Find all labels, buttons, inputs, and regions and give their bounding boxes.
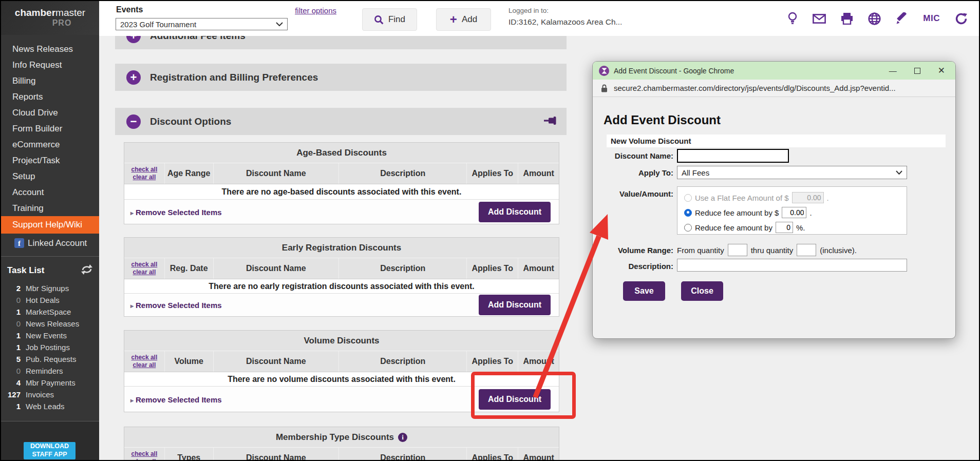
- reduce-dollar-amount-field[interactable]: [782, 207, 806, 218]
- sidebar-item-reports[interactable]: Reports: [1, 89, 99, 105]
- sidebar-item-setup[interactable]: Setup: [1, 168, 99, 184]
- thru-quantity-field[interactable]: [797, 244, 816, 256]
- sidebar-item-form-builder[interactable]: Form Builder: [1, 121, 99, 137]
- minimize-icon[interactable]: —: [889, 66, 897, 75]
- section-title: Discount Options: [150, 116, 231, 127]
- flat-fee-amount-field[interactable]: [792, 192, 824, 203]
- task-row-mbr-signups[interactable]: 2Mbr Signups: [1, 282, 99, 294]
- check-all-link[interactable]: check all: [131, 261, 158, 268]
- task-row-invoices[interactable]: 127Invoices: [1, 389, 99, 400]
- collapse-icon[interactable]: −: [126, 114, 141, 129]
- download-staff-app-button[interactable]: DOWNLOAD STAFF APP: [24, 442, 76, 459]
- check-all-link[interactable]: check all: [131, 354, 158, 361]
- printer-icon[interactable]: [841, 12, 853, 25]
- remove-selected-items-link[interactable]: ▸Remove Selected Items: [130, 395, 222, 404]
- add-discount-button-volume[interactable]: Add Discount: [479, 389, 551, 410]
- save-button[interactable]: Save: [623, 281, 665, 301]
- reduce-percent-radio[interactable]: [684, 224, 692, 232]
- task-row-new-events[interactable]: 1New Events: [1, 330, 99, 341]
- task-count: 0: [1, 318, 21, 330]
- discount-options-section[interactable]: − Discount Options: [115, 108, 567, 135]
- page-title: Events: [116, 5, 143, 14]
- reduce-percent-option-label: Reduce fee amount by: [695, 223, 772, 232]
- add-discount-button[interactable]: Add Discount: [479, 202, 551, 222]
- sidebar-item-training[interactable]: Training: [1, 200, 99, 216]
- column-header: Amount: [518, 448, 559, 461]
- remove-selected-items-link[interactable]: ▸Remove Selected Items: [130, 207, 222, 216]
- pin-icon[interactable]: [543, 116, 558, 127]
- window-titlebar[interactable]: Add Event Discount - Google Chrome — ✕: [593, 62, 955, 80]
- mic-label[interactable]: MIC: [923, 13, 940, 24]
- clear-all-link[interactable]: clear all: [133, 362, 156, 369]
- task-row-reminders[interactable]: 0Reminders: [1, 365, 99, 377]
- flat-fee-option-label: Use a Flat Fee Amount of $: [695, 194, 789, 202]
- sidebar-item-account[interactable]: Account: [1, 184, 99, 200]
- task-row-marketspace[interactable]: 1MarketSpace: [1, 306, 99, 318]
- section-title: Registration and Billing Preferences: [150, 72, 318, 83]
- task-row-pub-requests[interactable]: 5Pub. Requests: [1, 353, 99, 365]
- chambermaster-logo: chambermaster PRO: [1, 1, 99, 35]
- sidebar-item-news-releases[interactable]: News Releases: [1, 41, 99, 57]
- pencil-icon[interactable]: [896, 12, 908, 25]
- sidebar-item-ecommerce[interactable]: eCommerce: [1, 137, 99, 152]
- refresh-icon[interactable]: [955, 12, 968, 25]
- download-line1: DOWNLOAD: [24, 443, 76, 451]
- remove-selected-items-link[interactable]: ▸Remove Selected Items: [130, 301, 222, 310]
- registration-billing-section[interactable]: + Registration and Billing Preferences: [115, 64, 567, 91]
- sidebar-item-linked-account[interactable]: f Linked Account: [1, 234, 99, 252]
- task-row-job-postings[interactable]: 1Job Postings: [1, 341, 99, 353]
- age-based-discounts-table: Age-Based Discounts check all clear all …: [124, 142, 559, 224]
- sidebar-item-info-request[interactable]: Info Request: [1, 57, 99, 73]
- reduce-dollar-radio[interactable]: [684, 209, 692, 217]
- apply-to-select[interactable]: All Fees: [677, 166, 907, 179]
- task-row-web-leads[interactable]: 1Web Leads: [1, 400, 99, 412]
- globe-icon[interactable]: [868, 12, 881, 25]
- reduce-percent-amount-field[interactable]: [776, 222, 793, 233]
- add-button[interactable]: + Add: [436, 8, 491, 31]
- logged-in-status: Logged in to: ID:3162, Kalamazoos Area C…: [508, 7, 622, 27]
- triangle-icon: ▸: [130, 396, 134, 404]
- task-refresh-icon[interactable]: [81, 264, 93, 277]
- check-all-link[interactable]: check all: [131, 166, 158, 174]
- add-discount-button[interactable]: Add Discount: [479, 295, 551, 315]
- close-icon[interactable]: ✕: [938, 65, 945, 76]
- clear-all-link[interactable]: clear all: [133, 269, 156, 276]
- flat-fee-radio[interactable]: [684, 194, 692, 202]
- description-field[interactable]: [677, 259, 907, 272]
- select-column-header: check all clear all: [124, 351, 164, 372]
- check-all-link[interactable]: check all: [131, 451, 158, 458]
- discount-name-field[interactable]: [677, 149, 789, 163]
- expand-icon[interactable]: +: [126, 70, 141, 85]
- select-column-header: check all clear all: [124, 448, 164, 461]
- select-column-header: check all clear all: [124, 163, 164, 184]
- task-row-mbr-payments[interactable]: 4Mbr Payments: [1, 377, 99, 389]
- sidebar-item-billing[interactable]: Billing: [1, 73, 99, 89]
- table-footer: ▸Remove Selected Items Add Discount: [124, 293, 559, 316]
- expand-icon[interactable]: +: [126, 36, 141, 43]
- close-button[interactable]: Close: [681, 281, 723, 301]
- apply-to-label: Apply To:: [603, 168, 673, 177]
- column-header: Description: [338, 258, 466, 279]
- filter-options-link[interactable]: filter options: [244, 6, 336, 15]
- event-select[interactable]: 2023 Golf Tournament: [116, 18, 288, 30]
- info-icon[interactable]: i: [398, 433, 407, 442]
- sidebar-item-cloud-drive[interactable]: Cloud Drive: [1, 105, 99, 121]
- sidebar: chambermaster PRO News Releases Info Req…: [1, 1, 99, 460]
- task-row-news-releases[interactable]: 0News Releases: [1, 318, 99, 330]
- empty-message: There are no age-based discounts associa…: [124, 184, 559, 199]
- sidebar-item-project-task[interactable]: Project/Task: [1, 152, 99, 168]
- sidebar-item-support-help-wiki[interactable]: Support Help/Wiki: [1, 216, 99, 234]
- maximize-icon[interactable]: [914, 68, 920, 74]
- task-label: Hot Deals: [26, 294, 60, 306]
- logged-in-value: ID:3162, Kalamazoos Area Ch...: [508, 17, 622, 27]
- clear-all-link[interactable]: clear all: [133, 174, 156, 181]
- clear-all-link[interactable]: clear all: [133, 458, 156, 461]
- table-title: Membership Type Discounts i: [124, 427, 559, 448]
- find-button[interactable]: Find: [362, 8, 417, 31]
- from-quantity-field[interactable]: [728, 244, 747, 256]
- lightbulb-icon[interactable]: [787, 12, 798, 25]
- url-text: secure2.chambermaster.com/directory/jsp/…: [614, 84, 896, 92]
- envelope-icon[interactable]: [813, 14, 826, 24]
- task-row-hot-deals[interactable]: 0Hot Deals: [1, 294, 99, 306]
- address-bar[interactable]: secure2.chambermaster.com/directory/jsp/…: [593, 80, 955, 97]
